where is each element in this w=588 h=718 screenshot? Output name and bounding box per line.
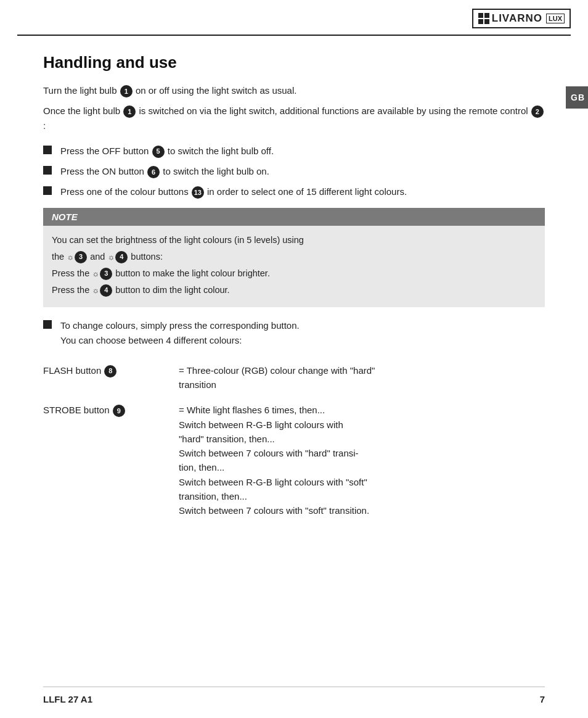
note-line4: Press the ☼4 button to dim the light col… <box>52 283 536 297</box>
flash-desc: = Three-colour (RGB) colour change with … <box>179 361 545 395</box>
intro1-rest: on or off using the light switch as usua… <box>136 85 297 96</box>
list-item: Press the ON button 6 to switch the ligh… <box>43 164 545 178</box>
bullet-1-text: Press the OFF button 5 to switch the lig… <box>60 144 545 158</box>
bullet-icon-4 <box>43 320 52 329</box>
section-title: Handling and use <box>43 53 545 72</box>
note-line2: the ☼3 and ☼4 buttons: <box>52 250 536 264</box>
strobe-label: STROBE button 9 <box>43 394 179 520</box>
intro-paragraph-1: Turn the light bulb 1 on or off using th… <box>43 83 545 97</box>
intro2-rest: is switched on via the light switch, add… <box>139 105 528 116</box>
note-line1: You can set the brightness of the light … <box>52 233 536 247</box>
bullet-icon-2 <box>43 166 52 175</box>
bullet-icon-3 <box>43 186 52 195</box>
list-item: To change colours, simply press the corr… <box>43 318 545 347</box>
badge-9: 9 <box>113 405 125 417</box>
footer: LLFL 27 A1 7 <box>0 694 588 704</box>
badge-13: 13 <box>192 186 204 199</box>
note-line3: Press the ☼3 button to make the light co… <box>52 266 536 281</box>
sun-icon-3: ☼ <box>92 269 99 278</box>
sun-icon-1: ☼ <box>67 252 74 261</box>
badge-4b: 4 <box>100 284 112 297</box>
bullet-icon-1 <box>43 146 52 154</box>
logo-name: LIVARNO <box>492 12 542 25</box>
badge-3b: 3 <box>100 268 112 280</box>
page-number: 7 <box>540 694 545 704</box>
bullet-list: Press the OFF button 5 to switch the lig… <box>43 144 545 199</box>
flash-label: FLASH button 8 <box>43 361 179 395</box>
header: LIVARNO LUX <box>0 0 588 28</box>
logo-lux: LUX <box>546 14 565 23</box>
change-colour-list: To change colours, simply press the corr… <box>43 318 545 347</box>
strobe-desc: = White light flashes 6 times, then... S… <box>179 394 545 520</box>
badge-8: 8 <box>104 365 116 378</box>
list-item: Press the OFF button 5 to switch the lig… <box>43 144 545 158</box>
note-header: NOTE <box>43 208 545 226</box>
intro2-end: : <box>43 120 46 131</box>
badge-1a: 1 <box>120 85 133 97</box>
table-row: STROBE button 9 = White light flashes 6 … <box>43 394 545 520</box>
table-row: FLASH button 8 = Three-colour (RGB) colo… <box>43 361 545 395</box>
intro1-text: Turn the light bulb <box>43 85 117 96</box>
badge-3a: 3 <box>75 251 87 263</box>
badge-2: 2 <box>531 105 544 118</box>
bullet-2-text: Press the ON button 6 to switch the ligh… <box>60 164 545 178</box>
badge-6: 6 <box>147 166 160 178</box>
button-table: FLASH button 8 = Three-colour (RGB) colo… <box>43 361 545 521</box>
intro-paragraph-2: Once the light bulb 1 is switched on via… <box>43 104 545 133</box>
note-box: NOTE You can set the brightness of the l… <box>43 208 545 308</box>
language-tab: GB <box>566 86 588 109</box>
model-number: LLFL 27 A1 <box>43 694 92 704</box>
logo: LIVARNO LUX <box>472 9 571 28</box>
sun-icon-4: ☼ <box>92 286 99 295</box>
sun-icon-2: ☼ <box>107 252 115 261</box>
logo-grid-icon <box>478 13 489 24</box>
note-content: You can set the brightness of the light … <box>43 226 545 308</box>
list-item: Press one of the colour buttons 13 in or… <box>43 184 545 199</box>
main-content: Handling and use Turn the light bulb 1 o… <box>0 36 588 537</box>
bullet-3-text: Press one of the colour buttons 13 in or… <box>60 184 545 199</box>
intro2-start: Once the light bulb <box>43 105 120 116</box>
badge-5: 5 <box>152 146 165 158</box>
badge-4a: 4 <box>115 251 128 263</box>
change-colour-text: To change colours, simply press the corr… <box>60 318 545 347</box>
badge-1b: 1 <box>123 105 136 118</box>
bottom-divider <box>43 687 545 687</box>
